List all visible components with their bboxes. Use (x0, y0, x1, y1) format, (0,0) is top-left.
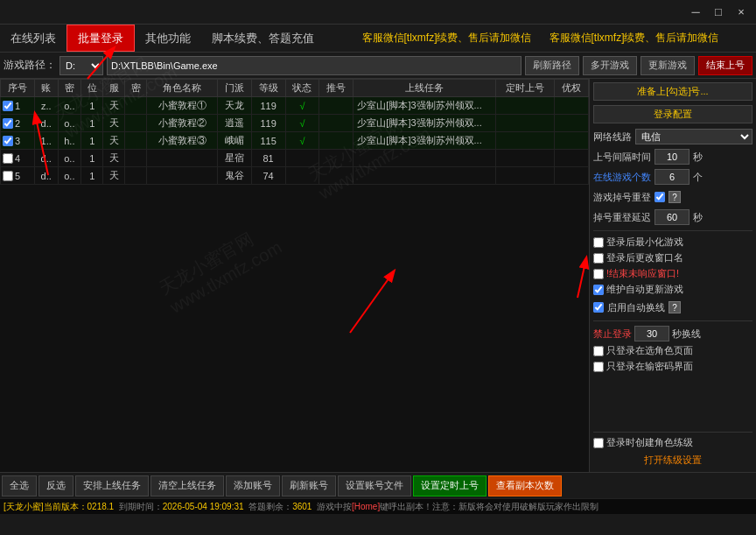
cell-account-0: z.. (34, 97, 58, 115)
path-label: 游戏路径： (4, 58, 56, 73)
col-priority: 优权 (554, 80, 588, 97)
open-level-button[interactable]: 打开练级设置 (593, 452, 752, 468)
arrange-task-button[interactable]: 安排上线任务 (75, 475, 149, 496)
table-row: 1 z.. o.. 1 天 小蜜敦程① 天龙 119 √ 少室山[脚本]3强制苏… (1, 97, 589, 115)
cell-pass2-3 (125, 150, 147, 167)
disable-login-label: 禁止登录 (593, 327, 632, 341)
minimize-check-row: 登录后最小化游戏 (593, 236, 752, 249)
invert-select-button[interactable]: 反选 (38, 475, 74, 496)
cell-faction-2: 峨嵋 (217, 132, 251, 150)
cell-pass2-4 (125, 167, 147, 185)
cell-num-2[interactable]: 3 (1, 132, 35, 150)
cell-priority-0 (554, 97, 588, 115)
select-all-button[interactable]: 全选 (2, 475, 37, 496)
cell-num-0[interactable]: 1 (1, 97, 35, 115)
cell-push-4 (319, 167, 354, 185)
interval-unit: 秒 (693, 151, 703, 164)
cell-pass1-4: o.. (58, 167, 81, 185)
cell-priority-1 (554, 115, 588, 132)
row-checkbox-1[interactable] (3, 118, 13, 129)
menu-script-recharge[interactable]: 脚本续费、答题充值 (201, 25, 325, 52)
cell-faction-4: 鬼谷 (217, 167, 251, 185)
auto-switch-help-button[interactable]: ? (668, 301, 681, 313)
row-checkbox-4[interactable] (3, 171, 13, 181)
network-select[interactable]: 电信 联通 移动 (635, 129, 752, 144)
auto-update-label: 维护自动更新游戏 (606, 283, 683, 296)
multi-open-button[interactable]: 多开游戏 (583, 56, 637, 75)
cell-task-0: 少室山[脚本]3强制苏州领双... (354, 97, 496, 115)
cell-status-0: √ (285, 97, 319, 115)
title-bar: ─ □ × (0, 0, 756, 25)
cell-pos-2: 1 (81, 132, 103, 150)
row-checkbox-3[interactable] (3, 153, 13, 164)
refresh-path-button[interactable]: 刷新路径 (525, 56, 579, 75)
cell-timer-1 (496, 115, 555, 132)
clear-task-button[interactable]: 清空上线任务 (150, 475, 224, 496)
row-checkbox-2[interactable] (3, 136, 13, 146)
menu-other-functions[interactable]: 其他功能 (135, 25, 201, 52)
online-count-input[interactable] (654, 169, 690, 185)
cell-task-1: 少室山[脚本]3强制苏州领双... (354, 115, 496, 132)
cell-status-2: √ (285, 132, 319, 150)
only-select-page-checkbox[interactable] (593, 346, 604, 356)
refresh-account-button[interactable]: 刷新账号 (282, 475, 336, 496)
col-pos: 位 (81, 80, 103, 97)
notice-left: 客服微信[tlxmfz]续费、售后请加微信 (362, 31, 532, 46)
cell-timer-3 (496, 150, 555, 167)
menu-online-list[interactable]: 在线列表 (0, 25, 66, 52)
cell-push-3 (319, 150, 354, 167)
drive-select[interactable]: D: C: (60, 56, 103, 75)
cell-num-4[interactable]: 5 (1, 167, 35, 185)
maximize-button[interactable]: □ (707, 3, 730, 22)
status-expire-label: 到期时间： (119, 501, 163, 513)
no-response-label: !结束未响应窗口! (606, 267, 679, 280)
table-row: 2 d.. o.. 1 天 小蜜敦程② 逍遥 119 √ 少室山[脚本]3强制苏… (1, 115, 589, 132)
table-row: 4 d.. o.. 1 天 星宿 81 (1, 150, 589, 167)
minimize-button[interactable]: ─ (684, 3, 707, 22)
table-scroll[interactable]: 序号 账 密 位 服 密 角色名称 门派 等级 状态 推号 上线任务 定时上号 … (0, 79, 589, 472)
main-content: 序号 账 密 位 服 密 角色名称 门派 等级 状态 推号 上线任务 定时上号 … (0, 79, 756, 472)
only-password-page-checkbox[interactable] (593, 362, 604, 372)
menu-batch-login[interactable]: 批量登录 (66, 25, 135, 52)
auto-switch-checkbox[interactable] (593, 302, 604, 313)
col-charname: 角色名称 (147, 80, 217, 97)
cell-level-2: 115 (251, 132, 285, 150)
view-dungeon-button[interactable]: 查看副本次数 (488, 475, 562, 496)
update-game-button[interactable]: 更新游戏 (640, 56, 695, 75)
retry-label: 游戏掉号重登 (593, 191, 651, 204)
cell-charname-3 (147, 150, 217, 167)
retry-help-button[interactable]: ? (668, 191, 681, 203)
end-login-button[interactable]: 结束上号 (698, 56, 752, 75)
col-pass2: 密 (125, 80, 147, 97)
auto-update-checkbox[interactable] (593, 285, 604, 295)
path-input[interactable] (107, 56, 522, 75)
cell-pass2-2 (125, 132, 147, 150)
interval-row: 上号间隔时间 秒 (593, 148, 752, 165)
cell-status-4 (285, 167, 319, 185)
no-response-checkbox[interactable] (593, 269, 604, 279)
close-window-checkbox[interactable] (593, 253, 604, 264)
retry-checkbox[interactable] (654, 192, 665, 202)
cell-charname-2: 小蜜敦程③ (147, 132, 217, 150)
right-panel: 准备上[勾选]号... 登录配置 网络线路 电信 联通 移动 上号间隔时间 秒 … (590, 79, 756, 472)
interval-input[interactable] (654, 149, 690, 165)
cell-push-1 (319, 115, 354, 132)
set-account-file-button[interactable]: 设置账号文件 (338, 475, 411, 496)
minimize-checkbox[interactable] (593, 237, 604, 248)
disable-login-unit: 秒换线 (672, 327, 701, 341)
close-button[interactable]: × (730, 3, 752, 22)
set-timer-button[interactable]: 设置定时上号 (413, 475, 486, 496)
row-checkbox-0[interactable] (3, 101, 13, 111)
cell-server-3: 天 (103, 150, 125, 167)
minimize-label: 登录后最小化游戏 (606, 236, 683, 249)
cell-faction-3: 星宿 (217, 150, 251, 167)
cell-push-0 (319, 97, 354, 115)
add-account-button[interactable]: 添加账号 (226, 475, 280, 496)
col-task: 上线任务 (354, 80, 496, 97)
create-char-checkbox[interactable] (593, 438, 604, 448)
cell-priority-4 (554, 167, 588, 185)
cell-num-1[interactable]: 2 (1, 115, 35, 132)
cell-num-3[interactable]: 4 (1, 150, 35, 167)
disable-login-input[interactable] (634, 326, 669, 341)
reconnect-input[interactable] (654, 209, 690, 225)
